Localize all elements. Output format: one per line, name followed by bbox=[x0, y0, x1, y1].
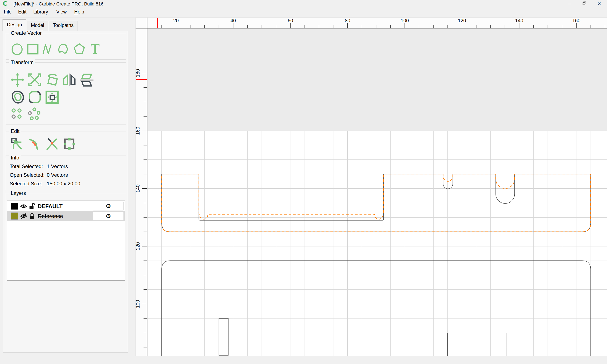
curve-tool-icon[interactable] bbox=[56, 42, 70, 56]
info-group: Info Total Selected:1 VectorsOpen Select… bbox=[6, 158, 126, 190]
mirror-tool-icon[interactable] bbox=[62, 72, 77, 88]
info-value: 1 Vectors bbox=[47, 163, 68, 169]
layer-color-swatch[interactable] bbox=[11, 203, 18, 210]
layer-settings-button[interactable]: ⚙ bbox=[93, 212, 124, 220]
layers-group: Layers DEFAULT⚙Reference⚙ bbox=[6, 193, 126, 282]
layers-group-title: Layers bbox=[9, 190, 27, 196]
move-tool-icon[interactable] bbox=[10, 72, 25, 88]
edit-group-title: Edit bbox=[9, 128, 21, 134]
circular-array-tool-icon[interactable] bbox=[27, 107, 41, 120]
window-title: [NewFile]* - Carbide Create PRO, Build 8… bbox=[13, 1, 104, 7]
layers-list: DEFAULT⚙Reference⚙ bbox=[7, 201, 125, 281]
layer-name: Reference bbox=[38, 213, 63, 220]
tab-model[interactable]: Model bbox=[27, 21, 48, 31]
flip-tool-icon[interactable] bbox=[79, 72, 94, 88]
layer-settings-button[interactable]: ⚙ bbox=[93, 202, 124, 210]
info-label: Selected Size: bbox=[10, 181, 42, 186]
restore-button[interactable] bbox=[578, 0, 591, 8]
layer-color-swatch[interactable] bbox=[11, 213, 18, 220]
resize-tool-icon[interactable] bbox=[62, 136, 77, 152]
svg-text:100: 100 bbox=[401, 18, 409, 23]
info-value: 0 Vectors bbox=[47, 172, 68, 178]
layer-name: DEFAULT bbox=[38, 203, 63, 210]
menu-bar: FileEditLibraryViewHelp bbox=[0, 8, 607, 17]
transform-group: Transform bbox=[6, 62, 126, 125]
create-vector-group: Create Vector T bbox=[6, 33, 126, 60]
tab-design[interactable]: Design bbox=[2, 19, 26, 31]
grid-array-tool-icon[interactable] bbox=[10, 107, 24, 120]
svg-text:60: 60 bbox=[288, 18, 293, 23]
menu-library[interactable]: Library bbox=[33, 9, 48, 15]
unlock-icon[interactable] bbox=[29, 203, 35, 210]
rectangle-tool-icon[interactable] bbox=[26, 42, 40, 56]
svg-text:160: 160 bbox=[572, 18, 581, 23]
svg-text:80: 80 bbox=[345, 18, 350, 23]
svg-text:100: 100 bbox=[135, 300, 141, 308]
svg-text:160: 160 bbox=[135, 127, 141, 135]
minimize-button[interactable]: ─ bbox=[563, 0, 576, 8]
round-corners-tool-icon[interactable] bbox=[27, 89, 43, 105]
info-row: Total Selected:1 Vectors bbox=[10, 163, 123, 169]
menu-help[interactable]: Help bbox=[74, 9, 84, 15]
rotate-tool-icon[interactable] bbox=[44, 72, 60, 88]
offset-tool-icon[interactable] bbox=[10, 89, 25, 105]
visibility-on-icon[interactable] bbox=[20, 203, 27, 210]
info-row: Open Selected:0 Vectors bbox=[10, 172, 123, 178]
scale-tool-icon[interactable] bbox=[27, 72, 43, 88]
scale-to-fit-tool-icon[interactable] bbox=[44, 89, 60, 105]
svg-text:180: 180 bbox=[135, 69, 141, 77]
app-logo-icon: C bbox=[3, 0, 8, 7]
design-canvas[interactable]: 20406080100120140160180160140120100 bbox=[135, 17, 607, 356]
node-edit-tool-icon[interactable] bbox=[10, 136, 25, 152]
layer-row-default[interactable]: DEFAULT⚙ bbox=[7, 201, 125, 211]
edit-group: Edit bbox=[6, 131, 126, 156]
svg-text:40: 40 bbox=[231, 18, 236, 23]
info-value: 150.00 x 20.00 bbox=[47, 181, 80, 187]
info-label: Total Selected: bbox=[10, 163, 43, 169]
svg-text:140: 140 bbox=[135, 184, 141, 193]
design-panel: Create Vector T Transform bbox=[3, 31, 128, 353]
layer-row-reference[interactable]: Reference⚙ bbox=[7, 211, 125, 221]
svg-text:120: 120 bbox=[135, 242, 141, 250]
transform-group-title: Transform bbox=[9, 59, 35, 65]
svg-text:20: 20 bbox=[173, 18, 179, 23]
restore-icon bbox=[582, 1, 587, 6]
svg-text:T: T bbox=[91, 42, 100, 56]
svg-text:140: 140 bbox=[515, 18, 523, 23]
circle-tool-icon[interactable] bbox=[10, 42, 24, 56]
info-row: Selected Size:150.00 x 20.00 bbox=[10, 181, 123, 187]
lock-icon[interactable] bbox=[29, 213, 35, 220]
svg-text:120: 120 bbox=[458, 18, 466, 23]
info-group-title: Info bbox=[9, 155, 21, 161]
info-label: Open Selected: bbox=[10, 172, 44, 178]
tab-toolpaths[interactable]: Toolpaths bbox=[49, 21, 78, 31]
trim-tool-icon[interactable] bbox=[44, 136, 60, 152]
fillet-tool-icon[interactable] bbox=[27, 136, 43, 152]
menu-edit[interactable]: Edit bbox=[18, 9, 26, 15]
application-window: C [NewFile]* - Carbide Create PRO, Build… bbox=[0, 0, 607, 364]
visibility-off-icon[interactable] bbox=[20, 213, 27, 220]
polyline-tool-icon[interactable] bbox=[41, 42, 54, 56]
polygon-tool-icon[interactable] bbox=[72, 42, 86, 56]
title-bar: C [NewFile]* - Carbide Create PRO, Build… bbox=[0, 0, 607, 8]
close-button[interactable]: ✕ bbox=[593, 0, 606, 8]
menu-view[interactable]: View bbox=[56, 9, 66, 15]
create-vector-group-title: Create Vector bbox=[9, 30, 43, 36]
menu-file[interactable]: File bbox=[4, 9, 12, 15]
text-tool-icon[interactable]: T bbox=[88, 42, 102, 56]
